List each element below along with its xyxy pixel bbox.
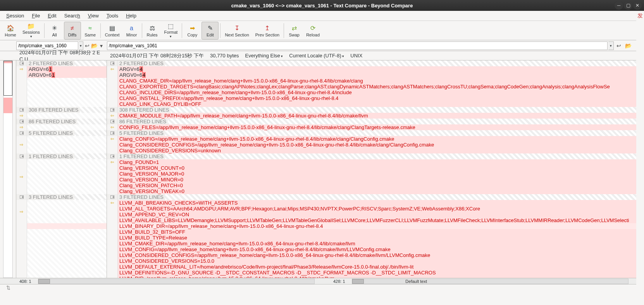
- prev-section-button[interactable]: ↥Prev Section: [253, 22, 282, 40]
- window-title: cmake_vars_1060 <--> cmake_vars_1061 - T…: [231, 3, 413, 9]
- all-button[interactable]: ✳All: [46, 22, 63, 40]
- separator: [44, 23, 45, 38]
- code-line: LLVM_ALL_TARGETS=AArch64;AMDGPU;ARM;AVR;…: [107, 206, 644, 212]
- filtered-label: 2 FILTERED LINES: [27, 60, 74, 66]
- code-line: CLANG_EXPORTED_TARGETS=clangBasic;clangA…: [107, 84, 644, 90]
- reload-button[interactable]: ⟳Reload: [303, 22, 322, 40]
- left-hscroll[interactable]: [38, 279, 315, 284]
- code-line: ⇦CMAKE_MODULE_PATH=/app/llvm_release_hom…: [107, 113, 644, 119]
- context-icon: ▤: [109, 24, 115, 33]
- same-button[interactable]: ≈Same: [82, 22, 99, 40]
- next-section-button[interactable]: ↧Next Section: [222, 22, 251, 40]
- all-icon: ✳: [52, 24, 57, 33]
- left-back-icon[interactable]: ↩: [84, 41, 90, 50]
- format-icon: ⬚: [168, 22, 174, 30]
- code-line: LLVM_BUILD_TYPE=Release: [107, 235, 644, 241]
- filtered-label: +5 FILTERED LINES: [107, 130, 644, 136]
- sessions-button[interactable]: 📁Sessions: [20, 22, 43, 40]
- menu-help[interactable]: Help: [122, 12, 140, 20]
- copy-button[interactable]: ➡Copy: [184, 22, 201, 40]
- code-line: LLVM_DEFAULT_EXTERNAL_LIT=/home/andrebri…: [107, 264, 644, 270]
- right-info-os: UNIX: [347, 53, 365, 59]
- prev-icon: ↥: [265, 24, 270, 33]
- sync-icon[interactable]: ⇅: [0, 285, 16, 291]
- filtered-label: 308 FILTERED LINES: [27, 107, 80, 113]
- home-button[interactable]: 🏠Home: [2, 22, 19, 40]
- menubar: SSessionession File Edit Search View Too…: [0, 11, 644, 21]
- code-line: LLVM_APPEND_VC_REV=ON: [107, 212, 644, 217]
- reload-icon: ⟳: [310, 24, 315, 33]
- rules-button[interactable]: ⚖Rules: [144, 22, 161, 40]
- right-back-icon[interactable]: ↩: [615, 41, 623, 50]
- code-line: Clang_VERSION_MAJOR=0: [107, 171, 644, 177]
- code-line: LLVM_AVAILABLE_LIBS=LLVMDemangle;LLVMSup…: [107, 217, 644, 223]
- format-button[interactable]: ⬚Format: [162, 22, 181, 40]
- left-path-dropdown[interactable]: ▾: [79, 41, 83, 50]
- right-path-input[interactable]: [107, 41, 608, 50]
- right-open-icon[interactable]: 📂: [624, 41, 632, 50]
- menu-file[interactable]: File: [28, 12, 44, 20]
- right-hscroll[interactable]: [352, 279, 629, 284]
- diffs-button[interactable]: ≠Diffs: [64, 22, 81, 40]
- swap-button[interactable]: ⇄Swap: [286, 22, 303, 40]
- separator: [182, 23, 182, 38]
- thumbnail-strip[interactable]: [0, 60, 16, 278]
- filtered-label: +1 FILTERED LINES: [107, 153, 644, 159]
- diffs-icon: ≠: [71, 24, 74, 33]
- left-path-input[interactable]: [16, 41, 78, 50]
- minimize-button[interactable]: ─: [615, 1, 623, 10]
- context-button[interactable]: ▤Context: [102, 22, 122, 40]
- left-content[interactable]: +2 FILTERED LINES ⇨ARGV=61 ARGV0=61 +308…: [16, 60, 107, 278]
- menu-session[interactable]: SSessionession: [2, 12, 28, 20]
- minor-button[interactable]: aMinor: [123, 22, 140, 40]
- code-line: CLANG_LINK_CLANG_DYLIB=OFF: [107, 101, 644, 107]
- edit-button[interactable]: ✎Edit: [201, 22, 219, 40]
- footer: ⇅: [0, 284, 644, 291]
- copy-icon: ➡: [190, 24, 195, 33]
- code-line: CLANG_INCLUDE_DIRS=/app/llvm_release_hom…: [107, 90, 644, 95]
- separator: [142, 23, 142, 38]
- code-line: Clang_VERSION_TWEAK=0: [107, 188, 644, 194]
- left-options-dropdown[interactable]: ▾: [98, 41, 105, 50]
- left-position: 408: 1: [16, 279, 36, 284]
- code-line: CLANG_INSTALL_PREFIX=/app/llvm_release_h…: [107, 95, 644, 101]
- code-line: LLVM_CMAKE_DIR=/app/llvm_release_home/cl…: [107, 241, 644, 246]
- filtered-label: 3 FILTERED LINES: [27, 194, 74, 200]
- menu-tools[interactable]: Tools: [103, 12, 122, 20]
- titlebar: cmake_vars_1060 <--> cmake_vars_1061 - T…: [0, 0, 644, 11]
- dock-strip: 发: [636, 11, 644, 305]
- right-path-dropdown[interactable]: ▾: [608, 41, 614, 50]
- maximize-button[interactable]: ▢: [624, 1, 632, 10]
- status-scroll-bar: 408: 1 428: 1 Default text: [0, 278, 644, 284]
- code-line: Clang_CONSIDERED_VERSIONS=unknown: [107, 148, 644, 153]
- code-line: Clang_VERSION_MINOR=0: [107, 177, 644, 183]
- minor-icon: a: [130, 24, 133, 33]
- close-button[interactable]: ✕: [633, 1, 642, 10]
- code-line: Clang_CONSIDERED_CONFIGS=/app/llvm_relea…: [107, 142, 644, 148]
- code-line: ⇦ARGV=64: [107, 66, 644, 72]
- code-line: LLVM_BINARY_DIR=/app/llvm_release_home/c…: [107, 223, 644, 229]
- right-info-date: 2024年01月07日 下午 08时28分15秒 下午: [107, 52, 207, 59]
- locale-dropdown[interactable]: Current Locale (UTF-8): [286, 53, 347, 59]
- code-line: ⇦LLVM_ABI_BREAKING_CHECKS=WITH_ASSERTS: [107, 200, 644, 206]
- window-controls: ─ ▢ ✕: [615, 1, 642, 10]
- code-line: Clang_VERSION_COUNT=0: [107, 165, 644, 171]
- filtered-label: 86 FILTERED LINES: [27, 119, 77, 124]
- menu-edit[interactable]: Edit: [44, 12, 60, 20]
- info-bar: 2024年01月07日 下午 08时38分 2 E C U 2024年01月07…: [0, 51, 644, 60]
- swap-icon: ⇄: [292, 24, 297, 33]
- menu-search[interactable]: Search: [60, 12, 84, 20]
- next-icon: ↧: [234, 24, 239, 33]
- code-line: LLVM_BUILD_32_BITS=OFF: [107, 229, 644, 235]
- encoding-dropdown[interactable]: Everything Else: [242, 53, 286, 59]
- menu-view[interactable]: View: [84, 12, 103, 20]
- code-line: CLANG_CMAKE_DIR=/app/llvm_release_home/c…: [107, 78, 644, 84]
- left-pane: +2 FILTERED LINES ⇨ARGV=61 ARGV0=61 +308…: [16, 60, 107, 278]
- right-content[interactable]: +2 FILTERED LINES⇦ARGV=64ARGV0=64CLANG_C…: [107, 60, 644, 278]
- same-icon: ≈: [88, 24, 92, 33]
- code-line: ⇦Clang_FOUND=1: [107, 159, 644, 165]
- code-line: ⇦Clang_CONFIG=/app/llvm_release_home/cla…: [107, 136, 644, 142]
- footer-text: Default text: [405, 279, 427, 284]
- code-line: LLVM_CONSIDERED_CONFIGS=/app/llvm_releas…: [107, 252, 644, 258]
- left-open-icon[interactable]: 📂: [91, 41, 98, 50]
